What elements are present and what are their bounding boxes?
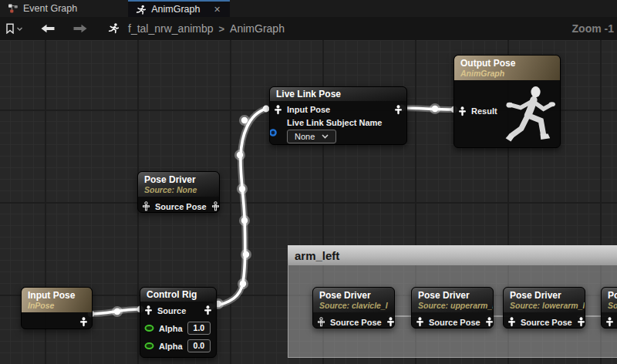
animgraph-editor-window: Event Graph AnimGraph ✕ f_tal_nrw_animbp…	[0, 0, 617, 364]
pose-pin-person-icon[interactable]	[485, 317, 494, 327]
pose-pin-person-hollow-icon[interactable]	[142, 201, 150, 211]
node-subtitle: Source: clavicle_l	[319, 301, 388, 310]
node-title: Output Pose	[460, 58, 554, 69]
runner-icon	[136, 4, 147, 15]
node-title: Control Rig	[147, 289, 210, 300]
pose-pin-person-hollow-icon[interactable]	[211, 201, 220, 211]
runner-icon	[136, 4, 147, 16]
pose-pin-person-icon[interactable]	[507, 317, 516, 327]
runner-icon	[108, 22, 120, 35]
pose-pin-person-icon[interactable]	[274, 105, 282, 115]
pin-label-alpha: Alpha	[159, 324, 183, 333]
node-header[interactable]: Pose Driver Source: clavicle_l	[313, 288, 394, 312]
document-tab-bar: Event Graph AnimGraph ✕	[0, 0, 617, 17]
node-pose-driver-clipped[interactable]: Pose Driver Source: Source Pose	[601, 287, 617, 329]
node-header[interactable]: Control Rig	[140, 288, 216, 302]
pin-label-source-pose: Source Pose	[155, 202, 207, 211]
node-subtitle: AnimGraph	[460, 69, 554, 78]
node-header[interactable]: Output Pose AnimGraph	[454, 56, 560, 80]
pin-label-source-pose: Source Pose	[330, 318, 382, 327]
arrow-right-icon	[72, 24, 88, 33]
dropdown-value: None	[295, 132, 315, 141]
arrow-left-icon	[40, 24, 56, 33]
node-title: Pose Driver	[418, 290, 487, 301]
close-icon[interactable]: ✕	[212, 5, 222, 15]
node-live-link-pose[interactable]: Live Link Pose Input Pose Live Link Subj…	[269, 86, 407, 145]
graph-toolbar: f_tal_nrw_animbp > AnimGraph Zoom -1	[0, 17, 617, 40]
node-subtitle: Source: lowerarm_l	[510, 301, 578, 310]
node-header[interactable]: Pose Driver Source: lowerarm_l	[504, 288, 585, 312]
pose-pin-person-icon[interactable]	[394, 105, 403, 115]
graph-canvas[interactable]: arm_left	[0, 40, 617, 364]
chevron-down-icon	[16, 26, 23, 32]
pose-pin-person-hollow-icon[interactable]	[317, 317, 325, 327]
tab-event-graph[interactable]: Event Graph	[0, 0, 85, 17]
breadcrumb-blueprint[interactable]: f_tal_nrw_animbp	[128, 22, 214, 35]
node-title: Pose Driver	[510, 290, 578, 301]
subject-name-label: Live Link Subject Name	[270, 118, 406, 127]
alpha-value-input[interactable]: 1.0	[187, 322, 211, 335]
node-title: Input Pose	[28, 290, 86, 301]
node-subtitle: Source:	[608, 301, 617, 310]
alpha-value-input[interactable]: 0.0	[187, 339, 211, 352]
node-output-pose[interactable]: Output Pose AnimGraph Result	[453, 55, 561, 148]
pin-label-source: Source	[157, 306, 186, 315]
breadcrumb-separator: >	[219, 23, 225, 35]
back-button[interactable]	[37, 17, 59, 40]
pin-label-alpha: Alpha	[159, 342, 183, 351]
node-pose-driver-lowerarm-l[interactable]: Pose Driver Source: lowerarm_l Source Po…	[503, 287, 585, 329]
node-pose-driver-none[interactable]: Pose Driver Source: None Source Pose	[137, 171, 220, 213]
tab-label: Event Graph	[23, 3, 77, 14]
node-input-pose[interactable]: Input Pose InPose	[21, 287, 93, 329]
node-header[interactable]: Pose Driver Source: upperarm_l	[412, 288, 493, 312]
node-header[interactable]: Pose Driver Source: None	[138, 172, 219, 197]
breadcrumb-graph[interactable]: AnimGraph	[230, 22, 285, 35]
chevron-down-icon	[322, 134, 329, 139]
float-pin-icon[interactable]	[144, 342, 154, 349]
node-header[interactable]: Pose Driver Source:	[602, 288, 617, 312]
pin-label-input-pose: Input Pose	[287, 105, 330, 114]
forward-button[interactable]	[69, 17, 91, 40]
node-subtitle: Source: None	[144, 185, 213, 194]
tab-label: AnimGraph	[151, 4, 200, 15]
node-subtitle: Source: upperarm_l	[418, 301, 487, 310]
float-pin-icon[interactable]	[144, 325, 154, 332]
node-title: Pose Driver	[608, 290, 617, 301]
pin-label-source-pose: Source Pose	[521, 318, 572, 327]
pose-pin-person-icon[interactable]	[204, 305, 212, 315]
pose-pin-person-icon[interactable]	[386, 317, 395, 327]
node-title: Pose Driver	[319, 290, 388, 301]
pose-pin-person-icon[interactable]	[605, 317, 614, 327]
pose-pin-person-icon[interactable]	[458, 106, 467, 116]
comment-title[interactable]: arm_left	[288, 245, 617, 265]
livelink-subject-pin-icon[interactable]	[269, 128, 278, 137]
node-header[interactable]: Input Pose InPose	[22, 288, 92, 312]
character-preview	[492, 80, 558, 148]
node-pose-driver-clavicle-l[interactable]: Pose Driver Source: clavicle_l Source Po…	[312, 287, 395, 329]
pose-pin-person-icon[interactable]	[416, 317, 424, 327]
pose-pin-person-icon[interactable]	[79, 317, 88, 327]
node-pose-driver-upperarm-l[interactable]: Pose Driver Source: upperarm_l Source Po…	[411, 287, 494, 329]
zoom-level-indicator: Zoom -1	[572, 22, 614, 35]
pose-pin-person-icon[interactable]	[144, 305, 153, 315]
node-title: Pose Driver	[144, 174, 213, 185]
graph-icon	[8, 3, 19, 14]
node-header[interactable]: Live Link Pose	[270, 87, 406, 101]
bookmark-button[interactable]	[0, 17, 26, 40]
node-subtitle: InPose	[28, 301, 86, 310]
node-title: Live Link Pose	[276, 89, 400, 99]
tab-animgraph[interactable]: AnimGraph ✕	[128, 0, 230, 17]
subject-name-dropdown[interactable]: None	[287, 130, 336, 143]
bookmark-icon	[5, 23, 15, 34]
pin-label-source-pose: Source Pose	[429, 318, 480, 327]
node-control-rig[interactable]: Control Rig Source Alpha 1.0 Alpha 0.0	[140, 287, 217, 358]
pose-pin-person-icon[interactable]	[577, 317, 585, 327]
runner-icon	[108, 22, 120, 35]
